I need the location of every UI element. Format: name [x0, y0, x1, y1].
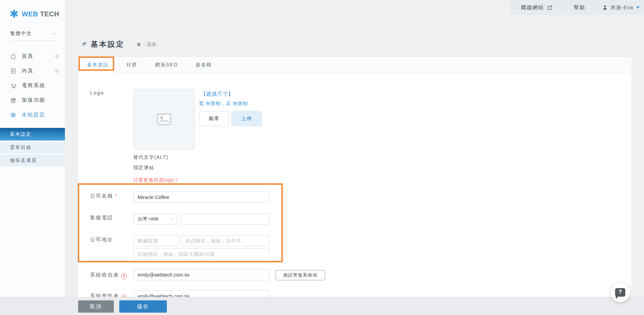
detail-address-input[interactable] [133, 248, 269, 260]
system-receiver-input[interactable] [133, 269, 269, 280]
sidebar-subitem-menu-directory[interactable]: 選單目錄 [0, 142, 65, 153]
home-icon[interactable] [136, 42, 141, 47]
system-sender-label-text: 系統寄件者 [90, 293, 119, 297]
pushpin-icon[interactable] [81, 41, 88, 48]
external-link-icon [547, 5, 553, 11]
country-code-value: 台灣 +886 [138, 216, 158, 222]
suggest-size-text: 寬 無限制，高 無限制 [199, 101, 248, 107]
sidebar: ✱ WEB TECH 繁體中文 首頁 內頁 電商系統 加值功能 全站設定 [0, 0, 65, 315]
city-input[interactable] [181, 235, 269, 246]
zip-code-input[interactable] [133, 235, 178, 246]
sidebar-item-addons[interactable]: 加值功能 [0, 93, 65, 107]
breadcrumb: / 設定 [136, 42, 156, 47]
upload-button[interactable]: 上傳 [231, 111, 262, 126]
tab-seo[interactable]: 網頁SEO [146, 57, 187, 73]
topbar: 開啟網站 幫助 米洛-Eva [511, 0, 644, 15]
brand-name-primary: WEB [22, 10, 38, 18]
question-mark: ? [619, 289, 622, 296]
service-phone-label: 客服電話 [90, 215, 113, 221]
breadcrumb-separator: / [144, 42, 145, 47]
tab-signature[interactable]: 簽名檔 [187, 57, 221, 73]
sidebar-item-label: 首頁 [22, 53, 34, 60]
sidebar-submenu: 基本設定 選單目錄 備份及還原 [0, 128, 65, 166]
logo-field-label: Logo [90, 90, 104, 96]
open-website-label: 開啟網站 [521, 4, 544, 11]
company-name-label-text: 公司名稱 [90, 193, 113, 199]
asterisk-logo-icon: ✱ [10, 9, 19, 19]
sidebar-item-label: 全站設定 [22, 112, 46, 118]
cart-icon [10, 82, 17, 89]
tab-social[interactable]: 社群 [118, 57, 146, 73]
brand-logo: ✱ WEB TECH [0, 0, 65, 19]
sidebar-item-site-settings[interactable]: 全站設定 [0, 107, 65, 122]
settings-card: 基本資訊 社群 網頁SEO 簽名檔 Logo 【建議尺寸】 寬 無限制，高 無限… [78, 57, 631, 297]
brand-name: WEB TECH [22, 10, 59, 18]
system-sender-input[interactable] [133, 291, 269, 297]
sidebar-item-label: 內頁 [22, 68, 34, 74]
page-head: 基本設定 / 設定 [81, 39, 156, 49]
suggest-size-title: 【建議尺寸】 [201, 91, 233, 97]
gallery-button[interactable]: 圖庫 [199, 111, 229, 126]
caret-down-icon [636, 6, 640, 9]
logo-upload-dropzone[interactable] [133, 89, 195, 150]
open-website-button[interactable]: 開啟網站 [511, 0, 562, 15]
company-name-input[interactable] [133, 192, 269, 203]
sidebar-item-ecommerce[interactable]: 電商系統 [0, 78, 65, 93]
brand-name-secondary: TECH [40, 10, 59, 18]
country-code-select[interactable]: 台灣 +886 [133, 213, 177, 225]
gift-icon [10, 97, 17, 104]
test-send-system-mail-button[interactable]: 測試寄發系統信 [276, 270, 325, 280]
user-menu[interactable]: 米洛-Eva [597, 0, 644, 15]
sidebar-menu: 首頁 內頁 電商系統 加值功能 全站設定 基本設定 選單目錄 備份及還原 [0, 49, 65, 166]
language-label: 繁體中文 [10, 31, 32, 37]
save-button[interactable]: 儲存 [119, 300, 167, 313]
company-address-label: 公司地址 [90, 236, 113, 243]
help-floating-button[interactable]: ? [610, 282, 630, 302]
home-icon [10, 53, 17, 60]
image-placeholder-icon [157, 114, 171, 125]
change-inner-logo-link[interactable]: 只需更換內頁logo？ [133, 177, 179, 183]
sidebar-item-inner-pages[interactable]: 內頁 [0, 64, 65, 78]
system-sender-label: 系統寄件者? [90, 293, 127, 297]
sidebar-subitem-basic-settings[interactable]: 基本設定 [0, 128, 65, 140]
gear-icon[interactable] [54, 68, 60, 74]
question-circle-icon[interactable]: ? [121, 295, 127, 297]
system-receiver-label-text: 系統收信者 [90, 272, 119, 278]
alt-text-label: 替代文字(ALT) [133, 154, 168, 161]
page-icon [10, 68, 17, 74]
system-receiver-label: 系統收信者? [90, 272, 127, 279]
chevron-down-icon [170, 217, 174, 221]
question-circle-icon[interactable]: ? [121, 273, 127, 279]
sidebar-subitem-backup-restore[interactable]: 備份及還原 [0, 154, 65, 166]
username: 米洛-Eva [611, 4, 633, 11]
sidebar-item-label: 電商系統 [22, 82, 46, 89]
sidebar-item-home[interactable]: 首頁 [0, 49, 65, 64]
page-title: 基本設定 [91, 39, 125, 49]
help-label: 幫助 [574, 4, 586, 11]
sidebar-item-label: 加值功能 [22, 97, 46, 103]
person-icon [602, 4, 608, 11]
phone-number-input[interactable] [181, 213, 269, 225]
help-menu-button[interactable]: 幫助 [562, 0, 597, 15]
tabbar: 基本資訊 社群 網頁SEO 簽名檔 [78, 57, 631, 73]
chevron-down-icon [52, 32, 56, 36]
company-name-label: 公司名稱* [90, 193, 117, 199]
gear-icon [10, 112, 17, 118]
breadcrumb-current[interactable]: 設定 [147, 42, 156, 47]
cancel-button[interactable]: 取消 [78, 300, 114, 313]
tab-basic-info[interactable]: 基本資訊 [78, 57, 118, 73]
link-label: 指定連結 [133, 165, 154, 171]
language-selector[interactable]: 繁體中文 [10, 31, 56, 41]
required-asterisk: * [115, 193, 117, 199]
question-bubble-icon: ? [615, 288, 625, 297]
footer-action-bar: 取消 儲存 [0, 297, 644, 315]
gear-icon[interactable] [54, 53, 60, 59]
